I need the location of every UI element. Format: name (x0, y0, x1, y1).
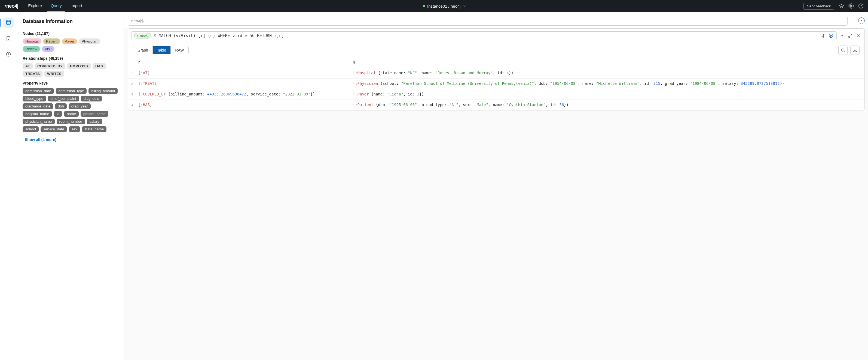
table-row: 3[:COVERED_BY {billing_amount: 44935.269… (128, 89, 864, 100)
chevron-down-icon (463, 4, 466, 8)
property-keys-heading: Property keys (23, 81, 118, 85)
property-chip[interactable]: grad_year (69, 103, 91, 109)
relationship-chip[interactable]: TREATS (23, 71, 42, 77)
close-icon[interactable] (856, 33, 861, 38)
view-toggle-row: GraphTableRAW (128, 43, 864, 58)
relationship-chip[interactable]: EMPLOYS (67, 63, 91, 69)
body: Database information Nodes (21,187) Hosp… (0, 12, 868, 360)
property-chip[interactable]: dob (55, 103, 67, 109)
cell-r: [:COVERED_BY {billing_amount: 44935.2696… (135, 89, 350, 100)
property-chip[interactable]: physician_name (23, 119, 55, 124)
cell-r: [:TREATS] (135, 79, 350, 89)
property-chip[interactable]: blood_type (23, 96, 46, 102)
property-chip[interactable]: school (23, 126, 39, 132)
svg-marker-5 (861, 20, 863, 22)
neo4j-logo: •neo4j (4, 3, 18, 9)
database-icon[interactable] (3, 18, 13, 28)
property-chip[interactable]: sex (69, 126, 80, 132)
node-label-chip[interactable]: Visit (42, 46, 54, 52)
property-chip[interactable]: salary (87, 119, 102, 124)
property-chips: admission_dateadmission_typebilling_amou… (23, 88, 118, 132)
graduation-cap-icon[interactable] (839, 3, 844, 9)
send-feedback-button[interactable]: Send feedback (803, 3, 834, 9)
executed-query-text: $ MATCH (v:Visit)-[r]-(n) WHERE v.id = 5… (154, 33, 284, 38)
download-icon[interactable] (850, 46, 860, 55)
bookmark-icon[interactable] (3, 33, 13, 44)
run-query-button[interactable] (858, 18, 865, 24)
main-area: neo4j$ ⋯ neo4j $ MATCH (v:Visit)-[r]-(n)… (124, 12, 868, 360)
svg-point-1 (859, 4, 863, 8)
svg-line-9 (849, 36, 850, 37)
node-label-chip[interactable]: Payer (62, 38, 77, 44)
node-label-chip[interactable]: Patient (43, 38, 60, 44)
relationships-heading: Relationships (48,259) (23, 56, 118, 60)
cell-r: [:HAS] (135, 100, 350, 110)
property-chip[interactable]: service_date (40, 126, 67, 132)
row-number: 1 (128, 68, 135, 79)
property-chip[interactable]: id (54, 111, 62, 117)
svg-line-8 (850, 34, 852, 35)
relationship-chip[interactable]: WRITES (44, 71, 64, 77)
svg-point-0 (850, 5, 852, 7)
help-icon[interactable] (858, 3, 864, 9)
app-header: •neo4j ExploreQueryImport Instance01 / n… (0, 0, 868, 12)
property-chip[interactable]: admission_date (23, 88, 54, 94)
node-label-chip[interactable]: Review (23, 46, 40, 52)
view-toggle-raw[interactable]: RAW (171, 46, 188, 54)
view-toggle-graph[interactable]: Graph (133, 46, 153, 54)
gear-icon[interactable] (848, 3, 854, 9)
nav-tab-import[interactable]: Import (67, 0, 86, 12)
rerun-icon[interactable] (828, 33, 834, 38)
nav-tabs: ExploreQueryImport (25, 0, 85, 12)
svg-point-3 (6, 20, 11, 22)
collapse-up-icon[interactable] (839, 33, 845, 38)
property-chip[interactable]: name (64, 111, 79, 117)
bookmark-query-icon[interactable] (819, 33, 825, 38)
table-row: 1[:AT](:Hospital {state_name: "NC", name… (128, 68, 864, 79)
row-number: 4 (128, 100, 135, 110)
nodes-heading: Nodes (21,187) (23, 31, 118, 36)
node-label-chip[interactable]: Physician (79, 38, 100, 44)
node-label-chip[interactable]: Hospital (23, 38, 41, 44)
instance-selector[interactable]: Instance01 / neo4j (423, 4, 466, 8)
view-toggle-table[interactable]: Table (153, 46, 171, 54)
property-chip[interactable]: diagnosis (81, 96, 102, 102)
relationship-chip[interactable]: COVERED_BY (35, 63, 65, 69)
property-chip[interactable]: discharge_date (23, 103, 53, 109)
search-icon[interactable] (838, 46, 847, 55)
property-chip[interactable]: room_number (57, 119, 85, 124)
relationship-chip[interactable]: HAS (93, 63, 106, 69)
status-dot-icon (423, 5, 425, 7)
column-header: n (350, 58, 864, 68)
table-row: 2[:TREATS](:Physician {school: "Perelman… (128, 79, 864, 89)
cell-n: (:Hospital {state_name: "NC", name: "Jon… (350, 68, 864, 79)
relationship-chip[interactable]: AT (23, 63, 33, 69)
left-rail (0, 12, 17, 360)
cell-n: (:Payer {name: "Cigna", id: 3}) (350, 89, 864, 100)
show-all-link[interactable]: Show all (4 more) (23, 137, 56, 142)
node-label-chips: HospitalPatientPayerPhysicianReviewVisit (23, 38, 118, 52)
result-card: neo4j $ MATCH (v:Visit)-[r]-(n) WHERE v.… (128, 28, 865, 110)
property-chip[interactable]: patient_name (81, 111, 108, 117)
property-chip[interactable]: billing_amount (89, 88, 118, 94)
row-number: 3 (128, 89, 135, 100)
history-icon[interactable] (3, 49, 13, 59)
property-chip[interactable]: state_name (82, 126, 107, 132)
result-header: neo4j $ MATCH (v:Visit)-[r]-(n) WHERE v.… (128, 29, 864, 43)
nav-tab-query[interactable]: Query (48, 0, 65, 12)
status-dot-icon (137, 35, 138, 36)
expand-icon[interactable] (847, 33, 853, 38)
view-toggle: GraphTableRAW (133, 46, 189, 54)
db-badge: neo4j (134, 33, 151, 38)
property-chip[interactable]: admission_type (56, 88, 87, 94)
column-header: r (135, 58, 350, 68)
property-chip[interactable]: hospital_name (23, 111, 52, 117)
svg-marker-7 (831, 35, 832, 36)
result-table: rn 1[:AT](:Hospital {state_name: "NC", n… (128, 58, 864, 110)
more-options-icon[interactable]: ⋯ (850, 18, 856, 24)
property-chip[interactable]: chief_complaint (48, 96, 79, 102)
cypher-input[interactable]: neo4j$ (128, 16, 847, 26)
nav-tab-explore[interactable]: Explore (25, 0, 45, 12)
cell-n: (:Patient {dob: "1995-06-06", blood_type… (350, 100, 864, 110)
database-info-panel: Database information Nodes (21,187) Hosp… (17, 12, 124, 360)
